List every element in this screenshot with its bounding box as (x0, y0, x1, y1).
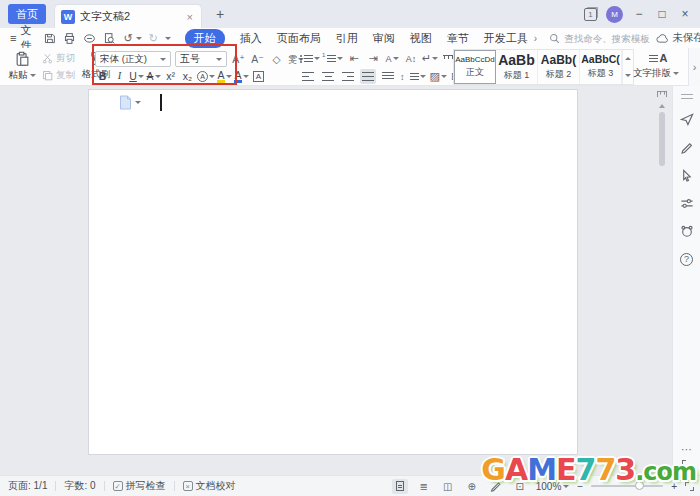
sidebar-drag-handle[interactable] (681, 94, 693, 99)
close-window-button[interactable]: × (678, 7, 692, 21)
save-button[interactable] (43, 32, 56, 45)
minimize-button[interactable]: − (632, 7, 646, 21)
select-tool-button[interactable] (679, 167, 695, 183)
shading-dropdown-icon[interactable] (441, 75, 447, 78)
cut-button[interactable]: 剪切 (42, 52, 75, 65)
menu-tab-insert[interactable]: 插入 (240, 31, 262, 46)
line-spacing-button[interactable]: ↕ (400, 69, 426, 84)
hamburger-icon: ≡ (10, 32, 16, 44)
settings-button[interactable] (679, 195, 695, 211)
page-assistant[interactable] (119, 95, 141, 110)
doc-proof-toggle[interactable]: × 文档校对 (183, 479, 236, 493)
style-normal[interactable]: AaBbCcDd 正文 (454, 50, 496, 84)
style-label: 标题 2 (546, 68, 572, 81)
help-button[interactable]: ? (679, 251, 695, 267)
style-label: 正文 (466, 66, 484, 79)
web-view-button[interactable]: ⊕ (464, 479, 480, 494)
separator (55, 481, 56, 491)
save-status[interactable]: 未保存 (656, 31, 700, 45)
clear-format-button[interactable]: ◇ (269, 52, 284, 67)
menu-tab-view[interactable]: 视图 (410, 31, 432, 46)
char-border-icon: A (253, 71, 263, 82)
text-layout-button[interactable]: A 文字排版 (630, 48, 682, 86)
menu-tab-developer[interactable]: 开发工具 (484, 31, 528, 46)
maximize-button[interactable]: □ (655, 7, 669, 21)
char-border-button[interactable]: A (251, 69, 266, 84)
close-tab-icon[interactable]: × (185, 11, 195, 23)
redo-button[interactable]: ↻ (149, 32, 158, 45)
decrease-indent-button[interactable]: ⇤ (346, 51, 362, 66)
numbered-list-dropdown-icon[interactable] (337, 57, 343, 60)
style-heading1[interactable]: AaBb 标题 1 (496, 50, 538, 84)
increase-indent-button[interactable]: ⇥ (365, 51, 381, 66)
edit-button[interactable] (679, 139, 695, 155)
text-tool-dropdown-icon[interactable] (393, 57, 399, 60)
avatar[interactable]: M (606, 6, 623, 23)
copy-button[interactable]: 复制 (42, 69, 75, 82)
spell-check-toggle[interactable]: ✓ 拼写检查 (113, 479, 166, 493)
undo-icon: ↺ (123, 32, 132, 45)
word-count[interactable]: 字数: 0 (64, 479, 95, 493)
line-spacing-lines-icon (406, 72, 419, 81)
search-input[interactable] (564, 33, 656, 44)
menu-tab-page-layout[interactable]: 页面布局 (277, 31, 321, 46)
vertical-scrollbar[interactable] (659, 112, 665, 166)
align-left-button[interactable] (300, 69, 316, 84)
read-view-button[interactable]: ◫ (440, 479, 456, 494)
show-marks-button[interactable]: ↵ (422, 51, 438, 66)
outline-view-button[interactable]: ≣ (416, 479, 432, 494)
doc-proof-label: 文档校对 (196, 479, 236, 493)
menu-tab-section[interactable]: 章节 (447, 31, 469, 46)
justify-button[interactable] (360, 69, 376, 84)
document-tab[interactable]: W 文字文稿2 × (54, 4, 202, 28)
redo-icon: ↻ (149, 32, 158, 45)
watermark-letter: o (656, 458, 672, 486)
page-indicator[interactable]: 页面: 1/1 (8, 479, 47, 493)
quick-toolbar-more-icon[interactable] (165, 37, 171, 40)
style-preview: AaBbCcDd (455, 56, 495, 64)
ribbon-expand-chevron[interactable]: › (688, 48, 700, 86)
font-color-dropdown-icon[interactable] (243, 75, 249, 78)
paste-dropdown-icon[interactable] (30, 74, 36, 77)
document-workspace (0, 86, 700, 475)
undo-dropdown-icon[interactable] (136, 37, 142, 40)
numbered-list-button[interactable] (323, 51, 343, 66)
page-assistant-dropdown-icon[interactable] (135, 101, 141, 104)
show-marks-dropdown-icon[interactable] (432, 57, 438, 60)
undo-button[interactable]: ↺ (123, 32, 141, 45)
text-layout-dropdown-icon[interactable] (673, 72, 679, 75)
new-tab-button[interactable]: + (212, 6, 228, 22)
menu-tab-review[interactable]: 审阅 (373, 31, 395, 46)
quick-tools-button[interactable] (679, 111, 695, 127)
command-search[interactable] (549, 33, 656, 44)
style-heading2[interactable]: AaBb( 标题 2 (538, 50, 580, 84)
page-view-button[interactable] (392, 479, 408, 494)
window-switcher-icon[interactable]: 1 (584, 8, 597, 21)
text-direction-button[interactable]: A↕ (403, 51, 419, 66)
distribute-button[interactable] (380, 69, 396, 84)
bullet-list-dropdown-icon[interactable] (314, 57, 320, 60)
watermark-letter: 7 (595, 452, 615, 487)
line-spacing-dropdown-icon[interactable] (420, 75, 426, 78)
bullet-list-button[interactable] (300, 51, 320, 66)
shading-button[interactable]: ▨ (430, 69, 447, 84)
home-tab[interactable]: 首页 (8, 4, 46, 24)
align-right-button[interactable] (340, 69, 356, 84)
print-preview-button[interactable] (103, 32, 116, 45)
align-center-button[interactable] (320, 69, 336, 84)
text-tool-button[interactable]: A (384, 51, 400, 66)
scroll-up-icon[interactable] (659, 104, 665, 108)
menu-tab-references[interactable]: 引用 (336, 31, 358, 46)
decrease-font-button[interactable]: A⁻ (250, 52, 265, 67)
align-center-icon (322, 72, 334, 81)
paste-button[interactable]: 粘贴 (6, 48, 38, 86)
wps-writer-icon: W (61, 10, 75, 24)
export-pdf-button[interactable] (83, 32, 96, 45)
eraser-icon: ◇ (272, 54, 280, 65)
service-button[interactable] (679, 223, 695, 239)
print-button[interactable] (63, 32, 76, 45)
menu-overflow-chevron-icon[interactable]: › (534, 33, 537, 44)
style-heading3[interactable]: AaBbC( 标题 3 (580, 50, 622, 84)
ruler-toggle-icon[interactable] (657, 91, 667, 97)
document-page[interactable] (88, 89, 578, 455)
